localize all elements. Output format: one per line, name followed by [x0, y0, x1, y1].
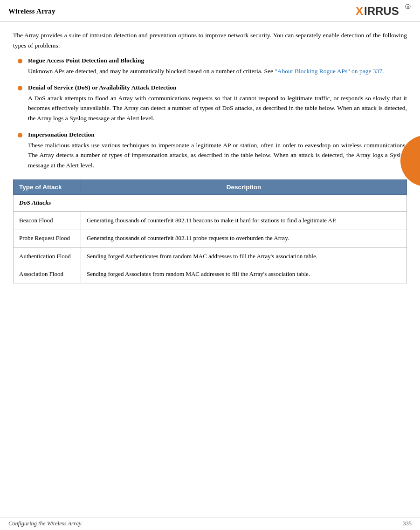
bullet-content: Denial of Service (DoS) or Availability …: [28, 84, 407, 124]
table-row: Association Flood Sending forged Associa…: [14, 265, 407, 283]
attack-table: Type of Attack Description DoS Attacks B…: [13, 179, 407, 283]
attack-type: Authentication Flood: [14, 247, 81, 265]
svg-text:IRRUS: IRRUS: [364, 5, 399, 17]
attack-description: Generating thousands of counterfeit 802.…: [81, 211, 407, 229]
xirrus-logo: X IRRUS R: [356, 4, 412, 19]
svg-text:R: R: [407, 6, 409, 9]
list-item: Rogue Access Point Detection and Blockin…: [18, 57, 407, 76]
feature-list: Rogue Access Point Detection and Blockin…: [18, 57, 407, 170]
text-part2: .: [382, 68, 384, 75]
logo-container: X IRRUS R: [356, 4, 412, 19]
attack-description: Generating thousands of counterfeit 802.…: [81, 229, 407, 248]
bullet-text: Unknown APs are detected, and may be aut…: [28, 66, 407, 76]
dos-attacks-label: DoS Attacks: [14, 195, 407, 211]
header-title: Wireless Array: [8, 7, 55, 15]
attack-type: Association Flood: [14, 265, 81, 283]
attack-type: Beacon Flood: [14, 211, 81, 229]
attack-description: Sending forged Authenticates from random…: [81, 247, 407, 265]
page-footer: Configuring the Wireless Array 335: [0, 517, 420, 530]
list-item: Denial of Service (DoS) or Availability …: [18, 84, 407, 124]
col1-header: Type of Attack: [14, 180, 81, 195]
bullet-text: A DoS attack attempts to flood an Array …: [28, 93, 407, 124]
col2-header: Description: [81, 180, 407, 195]
table-row: Probe Request Flood Generating thousands…: [14, 229, 407, 248]
bullet-content: Rogue Access Point Detection and Blockin…: [28, 57, 407, 76]
attack-description: Sending forged Associates from random MA…: [81, 265, 407, 283]
attack-type: Probe Request Flood: [14, 229, 81, 248]
table-row: Beacon Flood Generating thousands of cou…: [14, 211, 407, 229]
footer-right: 335: [403, 520, 412, 527]
bullet-text: These malicious attacks use various tech…: [28, 140, 407, 171]
table-row: Authentication Flood Sending forged Auth…: [14, 247, 407, 265]
bullet-icon: [18, 133, 22, 138]
rogue-ap-link[interactable]: "About Blocking Rogue APs" on page 337: [275, 68, 382, 75]
table-section-header: DoS Attacks: [14, 195, 407, 211]
bullet-heading: Impersonation Detection: [28, 131, 407, 138]
svg-text:X: X: [356, 5, 363, 17]
bullet-icon: [18, 86, 22, 90]
intro-paragraph: The Array provides a suite of intrusion …: [13, 30, 407, 50]
page-header: Wireless Array X IRRUS R: [0, 0, 420, 22]
bullet-content: Impersonation Detection These malicious …: [28, 131, 407, 171]
bullet-icon: [18, 59, 22, 63]
text-part1: Unknown APs are detected, and may be aut…: [28, 68, 275, 75]
main-content: The Array provides a suite of intrusion …: [0, 22, 420, 303]
bullet-heading: Rogue Access Point Detection and Blockin…: [28, 57, 407, 64]
footer-left: Configuring the Wireless Array: [8, 520, 82, 527]
bullet-heading: Denial of Service (DoS) or Availability …: [28, 84, 407, 91]
list-item: Impersonation Detection These malicious …: [18, 131, 407, 171]
